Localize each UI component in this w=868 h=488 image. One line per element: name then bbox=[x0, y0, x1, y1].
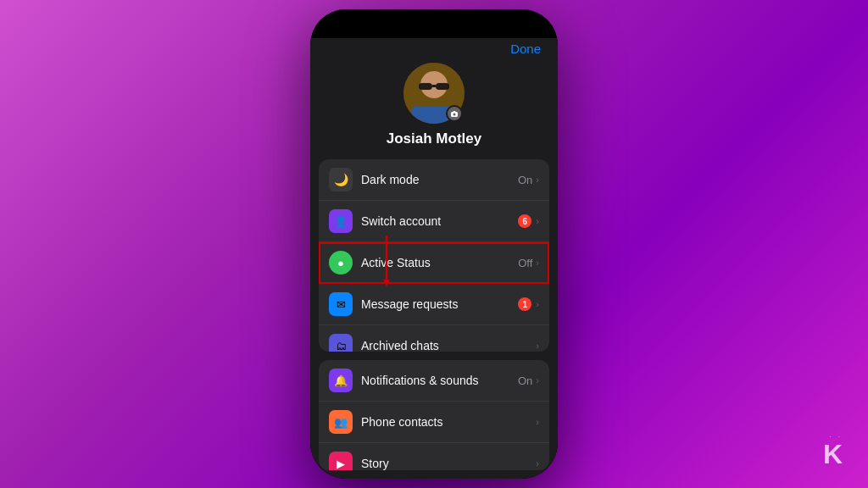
notifications-icon: 🔔 bbox=[329, 369, 353, 392]
watermark-letter: K bbox=[823, 439, 843, 469]
chevron-icon: › bbox=[536, 417, 539, 427]
switch-account-badge: 6 bbox=[518, 214, 531, 228]
dark-mode-label: Dark mode bbox=[361, 173, 518, 186]
svg-rect-5 bbox=[432, 85, 436, 87]
phone-contacts-label: Phone contacts bbox=[361, 415, 536, 429]
dark-mode-icon: 🌙 bbox=[329, 168, 353, 191]
camera-badge[interactable] bbox=[446, 105, 463, 122]
active-status-value: Off bbox=[518, 257, 532, 269]
settings-item-notifications[interactable]: 🔔 Notifications & sounds On › bbox=[319, 360, 549, 402]
avatar-wrapper[interactable] bbox=[403, 63, 465, 124]
screen: Done bbox=[310, 9, 558, 479]
notifications-label: Notifications & sounds bbox=[361, 374, 518, 387]
settings-group-1: 🌙 Dark mode On › 👤 Switch account 6 › ● … bbox=[319, 159, 549, 352]
notifications-value: On bbox=[518, 374, 532, 387]
chevron-icon: › bbox=[536, 216, 539, 226]
chevron-icon: › bbox=[536, 299, 539, 309]
story-label: Story bbox=[361, 457, 536, 470]
message-requests-label: Message requests bbox=[361, 297, 518, 311]
switch-account-label: Switch account bbox=[361, 214, 518, 228]
chevron-icon: › bbox=[536, 458, 539, 469]
phone-frame: Done bbox=[310, 9, 558, 479]
top-bar: Done bbox=[310, 38, 558, 61]
profile-section: Josiah Motley bbox=[310, 61, 558, 159]
archived-chats-label: Archived chats bbox=[361, 339, 536, 352]
message-requests-badge: 1 bbox=[518, 297, 531, 311]
settings-item-phone-contacts[interactable]: 👥 Phone contacts › bbox=[319, 402, 549, 443]
svg-rect-4 bbox=[436, 83, 449, 90]
notch bbox=[310, 9, 558, 38]
svg-rect-8 bbox=[453, 111, 456, 113]
chevron-icon: › bbox=[536, 341, 539, 351]
settings-item-switch-account[interactable]: 👤 Switch account 6 › bbox=[319, 201, 549, 242]
svg-point-7 bbox=[453, 114, 456, 116]
settings-item-message-requests[interactable]: ✉ Message requests 1 › bbox=[319, 284, 549, 325]
watermark: · · K bbox=[823, 433, 843, 468]
story-icon: ▶ bbox=[329, 452, 353, 470]
settings-item-archived-chats[interactable]: 🗂 Archived chats › bbox=[319, 325, 549, 352]
active-status-label: Active Status bbox=[361, 256, 518, 269]
message-requests-icon: ✉ bbox=[329, 292, 353, 316]
settings-item-dark-mode[interactable]: 🌙 Dark mode On › bbox=[319, 159, 549, 201]
done-button[interactable]: Done bbox=[510, 42, 541, 56]
chevron-icon: › bbox=[536, 375, 539, 385]
settings-item-active-status[interactable]: ● Active Status Off › bbox=[319, 242, 549, 284]
settings-item-story[interactable]: ▶ Story › bbox=[319, 443, 549, 470]
active-status-icon: ● bbox=[329, 251, 353, 274]
svg-rect-3 bbox=[419, 83, 432, 90]
profile-name: Josiah Motley bbox=[387, 130, 481, 147]
archived-chats-icon: 🗂 bbox=[329, 334, 353, 352]
chevron-icon: › bbox=[536, 175, 539, 185]
settings-group-2: 🔔 Notifications & sounds On › 👥 Phone co… bbox=[319, 360, 549, 470]
phone-contacts-icon: 👥 bbox=[329, 410, 353, 434]
chevron-icon: › bbox=[536, 258, 539, 268]
dark-mode-value: On bbox=[518, 174, 532, 186]
switch-account-icon: 👤 bbox=[329, 209, 353, 233]
